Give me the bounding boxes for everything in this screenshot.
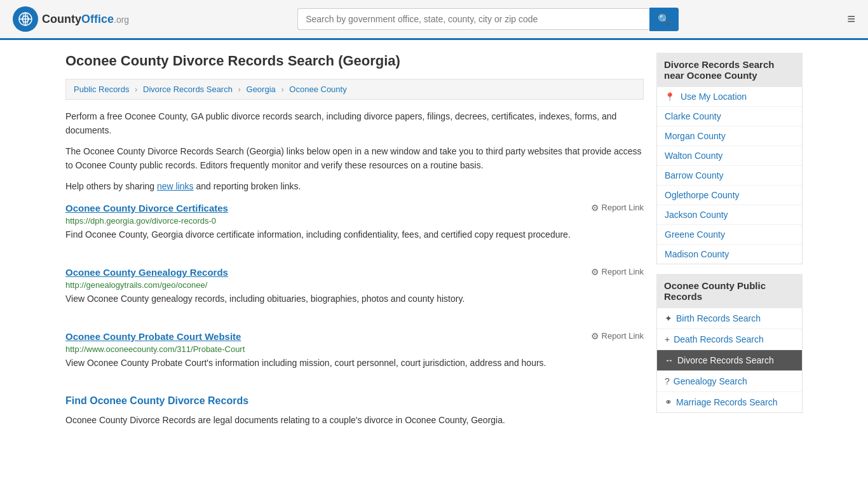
public-records-list: ✦ Birth Records Search + Death Records S… — [656, 308, 803, 413]
sidebar-county-1[interactable]: Morgan County — [657, 126, 802, 146]
marriage-icon: ⚭ — [665, 397, 672, 407]
record-item-header-0: Oconee County Divorce Certificates ⚙ Rep… — [65, 203, 644, 214]
genealogy-link[interactable]: Genealogy Search — [674, 376, 747, 386]
record-desc-1: View Oconee County genealogy records, in… — [65, 292, 644, 306]
record-item-1: Oconee County Genealogy Records ⚙ Report… — [65, 267, 644, 315]
pub-rec-marriage[interactable]: ⚭ Marriage Records Search — [657, 392, 802, 412]
report-link-0[interactable]: ⚙ Report Link — [591, 203, 644, 213]
find-desc: Oconee County Divorce Records are legal … — [65, 413, 644, 427]
breadcrumb-divorce-records[interactable]: Divorce Records Search — [143, 85, 233, 94]
birth-icon: ✦ — [665, 313, 672, 323]
divorce-records-link[interactable]: Divorce Records Search — [677, 355, 774, 365]
public-records-header: Oconee County Public Records — [656, 274, 803, 308]
birth-records-link[interactable]: Birth Records Search — [676, 313, 761, 323]
use-my-location[interactable]: 📍 Use My Location — [657, 87, 802, 107]
death-icon: + — [665, 334, 670, 344]
find-section: Find Oconee County Divorce Records Ocone… — [65, 395, 644, 427]
page-title: Oconee County Divorce Records Search (Ge… — [65, 53, 644, 69]
genealogy-icon: ? — [665, 376, 670, 386]
record-url-2: http://www.oconeecounty.com/311/Probate-… — [65, 344, 644, 354]
record-desc-0: Find Oconee County, Georgia divorce cert… — [65, 228, 644, 241]
breadcrumb-sep-2: › — [238, 85, 241, 94]
location-icon: 📍 — [665, 92, 675, 102]
public-records-section: Oconee County Public Records ✦ Birth Rec… — [656, 274, 803, 413]
use-location-link[interactable]: Use My Location — [681, 92, 747, 102]
report-link-2[interactable]: ⚙ Report Link — [591, 331, 644, 341]
pub-rec-genealogy[interactable]: ? Genealogy Search — [657, 371, 802, 392]
description-para3-pre: Help others by sharing — [65, 181, 157, 191]
sidebar-county-3[interactable]: Barrow County — [657, 166, 802, 186]
breadcrumb-sep-1: › — [135, 85, 137, 94]
record-title-1[interactable]: Oconee County Genealogy Records — [65, 267, 228, 278]
breadcrumb: Public Records › Divorce Records Search … — [65, 79, 644, 100]
report-icon-2: ⚙ — [591, 331, 599, 341]
header: CountyOffice.org 🔍 ≡ — [0, 0, 868, 40]
description-para3: Help others by sharing new links and rep… — [65, 179, 644, 193]
pub-rec-birth[interactable]: ✦ Birth Records Search — [657, 308, 802, 329]
breadcrumb-oconee[interactable]: Oconee County — [289, 85, 346, 94]
report-link-1[interactable]: ⚙ Report Link — [591, 267, 644, 277]
report-icon-1: ⚙ — [591, 267, 599, 277]
record-title-0[interactable]: Oconee County Divorce Certificates — [65, 203, 228, 214]
record-item-header-2: Oconee County Probate Court Website ⚙ Re… — [65, 331, 644, 342]
record-title-2[interactable]: Oconee County Probate Court Website — [65, 331, 241, 342]
new-links-link[interactable]: new links — [157, 181, 194, 191]
record-item-2: Oconee County Probate Court Website ⚙ Re… — [65, 331, 644, 379]
nearby-list: 📍 Use My Location Clarke County Morgan C… — [656, 87, 803, 264]
breadcrumb-sep-3: › — [281, 85, 283, 94]
report-icon-0: ⚙ — [591, 203, 599, 213]
description-para3-post: and reporting broken links. — [194, 181, 301, 191]
search-input[interactable] — [297, 8, 649, 30]
sidebar-county-6[interactable]: Greene County — [657, 225, 802, 245]
record-url-0: https://dph.georgia.gov/divorce-records-… — [65, 216, 644, 226]
sidebar-county-7[interactable]: Madison County — [657, 245, 802, 264]
pub-rec-death[interactable]: + Death Records Search — [657, 329, 802, 350]
logo-area: CountyOffice.org — [13, 6, 129, 32]
find-title: Find Oconee County Divorce Records — [65, 395, 644, 407]
death-records-link[interactable]: Death Records Search — [674, 334, 764, 344]
breadcrumb-public-records[interactable]: Public Records — [74, 85, 129, 94]
search-button[interactable]: 🔍 — [649, 8, 679, 31]
sidebar-county-5[interactable]: Jackson County — [657, 205, 802, 225]
search-area: 🔍 — [297, 8, 679, 31]
record-item-0: Oconee County Divorce Certificates ⚙ Rep… — [65, 203, 644, 251]
records-list: Oconee County Divorce Certificates ⚙ Rep… — [65, 203, 644, 379]
content-area: Oconee County Divorce Records Search (Ge… — [65, 53, 644, 427]
menu-button[interactable]: ≡ — [847, 11, 855, 27]
sidebar: Divorce Records Search near Oconee Count… — [656, 53, 803, 427]
logo-text: CountyOffice.org — [42, 13, 129, 26]
record-desc-2: View Oconee County Probate Court's infor… — [65, 356, 644, 370]
description-para1: Perform a free Oconee County, GA public … — [65, 109, 644, 138]
breadcrumb-georgia[interactable]: Georgia — [247, 85, 276, 94]
description-para2: The Oconee County Divorce Records Search… — [65, 144, 644, 173]
description: Perform a free Oconee County, GA public … — [65, 109, 644, 193]
sidebar-county-0[interactable]: Clarke County — [657, 107, 802, 126]
sidebar-county-4[interactable]: Oglethorpe County — [657, 186, 802, 205]
nearby-section: Divorce Records Search near Oconee Count… — [656, 53, 803, 264]
record-item-header-1: Oconee County Genealogy Records ⚙ Report… — [65, 267, 644, 278]
pub-rec-divorce[interactable]: ↔ Divorce Records Search — [657, 350, 802, 371]
record-url-1: http://genealogytrails.com/geo/oconee/ — [65, 280, 644, 290]
logo-icon — [13, 6, 38, 32]
main-container: Oconee County Divorce Records Search (Ge… — [53, 40, 815, 440]
divorce-icon: ↔ — [665, 355, 674, 365]
marriage-records-link[interactable]: Marriage Records Search — [676, 397, 778, 407]
sidebar-county-2[interactable]: Walton County — [657, 146, 802, 166]
nearby-header: Divorce Records Search near Oconee Count… — [656, 53, 803, 87]
